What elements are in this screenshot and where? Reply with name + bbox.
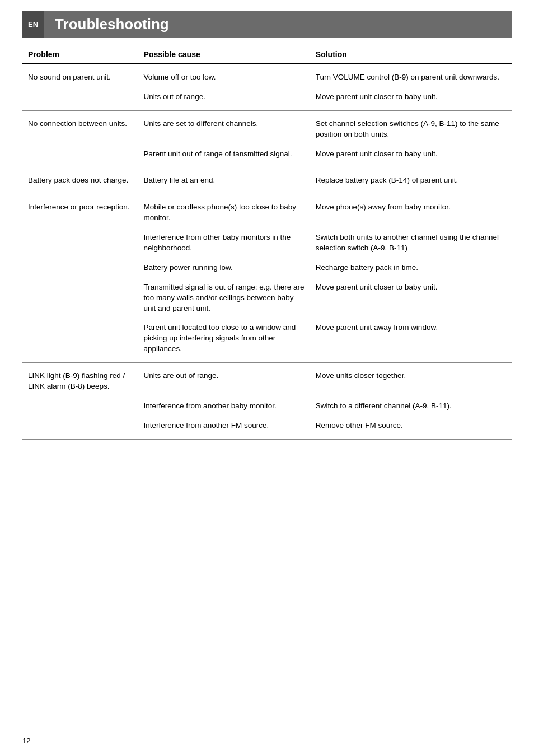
cell-solution: Remove other FM source. [310,415,512,439]
cell-cause: Units are set to different channels. [138,110,310,143]
page-header: EN Troubleshooting [22,11,512,38]
cell-solution: Switch to a different channel (A-9, B-11… [310,395,512,415]
cell-solution: Replace battery pack (B-14) of parent un… [310,167,512,194]
cell-problem [22,317,138,362]
table-row: Units out of range.Move parent unit clos… [22,86,512,110]
table-row: Battery pack does not charge.Battery lif… [22,167,512,194]
cell-solution: Move parent unit closer to baby unit. [310,86,512,110]
cell-solution: Turn VOLUME control (B-9) on parent unit… [310,64,512,86]
cell-cause: Units are out of range. [138,363,310,395]
col-header-problem: Problem [22,46,138,64]
cell-problem [22,143,138,167]
cell-problem [22,395,138,415]
cell-cause: Parent unit located too close to a windo… [138,317,310,362]
cell-cause: Interference from other baby monitors in… [138,227,310,257]
cell-cause: Units out of range. [138,86,310,110]
page-title: Troubleshooting [44,11,512,38]
cell-cause: Interference from another baby monitor. [138,395,310,415]
cell-problem: Interference or poor reception. [22,194,138,227]
cell-problem [22,227,138,257]
table-row: No sound on parent unit.Volume off or to… [22,64,512,86]
table-row: Interference or poor reception.Mobile or… [22,194,512,227]
table-header-row: Problem Possible cause Solution [22,46,512,64]
table-row: LINK light (B-9) flashing red / LINK ala… [22,363,512,395]
table-row: Parent unit located too close to a windo… [22,317,512,362]
cell-solution: Move parent unit closer to baby unit. [310,143,512,167]
cell-cause: Battery life at an end. [138,167,310,194]
col-header-solution: Solution [310,46,512,64]
cell-cause: Interference from another FM source. [138,415,310,439]
cell-problem [22,257,138,277]
table-row: Transmitted signal is out of range; e.g.… [22,277,512,318]
table-row: Battery power running low.Recharge batte… [22,257,512,277]
cell-solution: Move phone(s) away from baby monitor. [310,194,512,227]
page-number: 12 [22,736,30,745]
troubleshoot-table: Problem Possible cause Solution No sound… [22,46,512,440]
table-row: Interference from other baby monitors in… [22,227,512,257]
cell-cause: Battery power running low. [138,257,310,277]
cell-solution: Switch both units to another channel usi… [310,227,512,257]
table-row: Parent unit out of range of tansmitted s… [22,143,512,167]
cell-cause: Volume off or too low. [138,64,310,86]
table-row: No connection between units.Units are se… [22,110,512,143]
cell-problem [22,86,138,110]
cell-problem [22,277,138,318]
cell-solution: Move parent unit away from window. [310,317,512,362]
cell-problem: No connection between units. [22,110,138,143]
cell-solution: Set channel selection switches (A-9, B-1… [310,110,512,143]
cell-problem: No sound on parent unit. [22,64,138,86]
cell-solution: Move parent unit closer to baby unit. [310,277,512,318]
page: EN Troubleshooting Problem Possible caus… [0,0,534,756]
cell-problem: LINK light (B-9) flashing red / LINK ala… [22,363,138,395]
cell-solution: Move units closer together. [310,363,512,395]
cell-cause: Transmitted signal is out of range; e.g.… [138,277,310,318]
col-header-cause: Possible cause [138,46,310,64]
table-row: Interference from another FM source.Remo… [22,415,512,439]
cell-cause: Mobile or cordless phone(s) too close to… [138,194,310,227]
cell-problem: Battery pack does not charge. [22,167,138,194]
lang-badge: EN [22,11,44,38]
cell-cause: Parent unit out of range of tansmitted s… [138,143,310,167]
cell-solution: Recharge battery pack in time. [310,257,512,277]
cell-problem [22,415,138,439]
table-row: Interference from another baby monitor.S… [22,395,512,415]
